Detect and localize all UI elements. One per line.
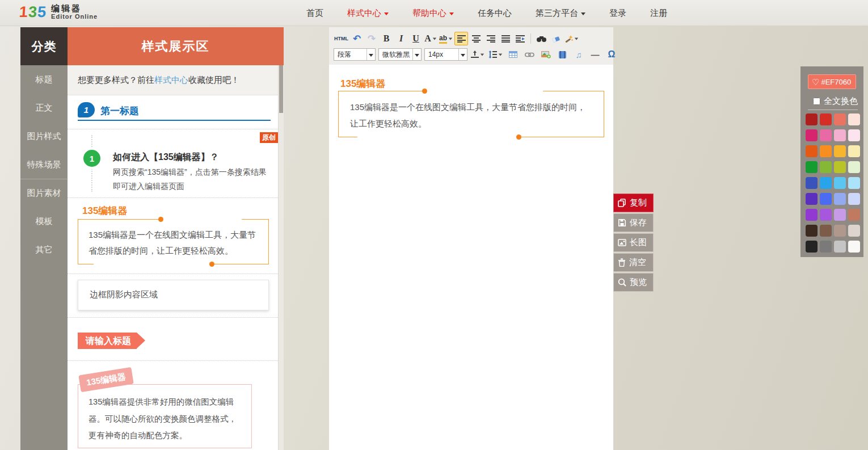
sidebar-item-template[interactable]: 模板	[20, 207, 68, 235]
html-source-button[interactable]: HTML	[334, 32, 349, 45]
color-swatch[interactable]	[806, 193, 818, 205]
color-swatch[interactable]	[806, 161, 818, 173]
color-swatch[interactable]	[848, 129, 860, 141]
editor-canvas[interactable]: 135编辑器 135编辑器是一个在线图文编辑工具，大量节省您排版的时间，让工作更…	[329, 65, 613, 450]
color-swatch[interactable]	[806, 241, 818, 253]
orange-box-style[interactable]: 135编辑器是一个在线图文编辑工具，大量节省您排版的时间，让工作更轻松高效。	[78, 219, 269, 264]
font-color-button[interactable]: A	[424, 32, 437, 45]
copy-button[interactable]: 复制	[613, 194, 654, 212]
style-panel-scrollbar[interactable]	[278, 65, 284, 450]
save-button[interactable]: 保存	[613, 213, 654, 232]
highlight-button[interactable]: ab	[439, 32, 453, 45]
preview-button[interactable]: 预览	[613, 273, 654, 292]
color-swatch[interactable]	[834, 161, 846, 173]
color-swatch[interactable]	[848, 161, 860, 173]
color-swatch[interactable]	[848, 225, 860, 237]
heading-number-badge[interactable]: 1	[78, 102, 95, 117]
italic-button[interactable]: I	[394, 32, 408, 45]
nav-item-home[interactable]: 首页	[306, 8, 323, 19]
color-swatch[interactable]	[834, 225, 846, 237]
sidebar-item-body-text[interactable]: 正文	[20, 94, 68, 122]
qa-number-badge[interactable]: 1	[83, 150, 100, 167]
insert-hr-button[interactable]: —	[588, 48, 602, 61]
color-swatch[interactable]	[806, 177, 818, 189]
sidebar-item-image-material[interactable]: 图片素材	[20, 179, 68, 207]
font-size-select[interactable]: 14px	[424, 48, 467, 61]
undo-button[interactable]: ↶	[350, 32, 364, 45]
color-swatch[interactable]	[820, 209, 832, 221]
letter-spacing-button[interactable]	[470, 48, 485, 61]
insert-image-button[interactable]	[539, 48, 553, 61]
color-swatch[interactable]	[834, 145, 846, 157]
color-swatch[interactable]	[820, 177, 832, 189]
color-swatch[interactable]	[848, 209, 860, 221]
color-swatch[interactable]	[806, 113, 818, 125]
style-center-link[interactable]: 样式中心	[154, 75, 188, 86]
insert-link-button[interactable]	[523, 48, 536, 61]
editor-content-body[interactable]: 135编辑器是一个在线图文编辑工具，大量节省您排版的时间，让工作更轻松高效。	[339, 91, 604, 140]
align-right-button[interactable]	[484, 32, 498, 45]
color-swatch[interactable]	[806, 129, 818, 141]
color-swatch[interactable]	[834, 241, 846, 253]
color-swatch[interactable]	[820, 113, 832, 125]
find-replace-button[interactable]	[534, 32, 548, 45]
editor-content-box[interactable]: 135编辑器是一个在线图文编辑工具，大量节省您排版的时间，让工作更轻松高效。	[338, 91, 604, 137]
color-swatch[interactable]	[834, 129, 846, 141]
line-height-button[interactable]	[488, 48, 503, 61]
color-swatch[interactable]	[834, 193, 846, 205]
editor-content-title[interactable]: 135编辑器	[340, 77, 385, 90]
color-swatch[interactable]	[848, 113, 860, 125]
color-swatch[interactable]	[806, 145, 818, 157]
full-text-recolor-checkbox[interactable]	[813, 98, 820, 105]
pink-box-style[interactable]: 135编辑器提供非常好用的微信图文编辑器。可以随心所欲的变换颜色调整格式，更有神…	[78, 384, 252, 448]
paragraph-select[interactable]: 段落	[334, 48, 376, 61]
color-swatch[interactable]	[848, 241, 860, 253]
long-image-button[interactable]: 长图	[613, 233, 654, 252]
underline-button[interactable]: U	[409, 32, 423, 45]
insert-video-button[interactable]	[555, 48, 569, 61]
color-swatch[interactable]	[848, 145, 860, 157]
sidebar-item-other[interactable]: 其它	[20, 235, 68, 264]
align-center-button[interactable]	[469, 32, 483, 45]
color-swatch[interactable]	[820, 241, 832, 253]
nav-item-task-center[interactable]: 任务中心	[478, 8, 512, 19]
qa-style-body[interactable]: 网页搜索“135编辑器”，点击第一条搜索结果即可进入编辑器页面	[113, 165, 268, 194]
ribbon-style[interactable]: 请输入标题	[78, 333, 137, 349]
color-swatch[interactable]	[806, 225, 818, 237]
nav-item-login[interactable]: 登录	[609, 8, 626, 19]
justify-button[interactable]	[499, 32, 512, 45]
app-logo[interactable]: 135 编辑器 Editor Online	[19, 2, 98, 22]
nav-item-style-center[interactable]: 样式中心	[347, 8, 389, 19]
color-swatch[interactable]	[820, 193, 832, 205]
nav-item-help-center[interactable]: 帮助中心	[412, 8, 454, 19]
bold-button[interactable]: B	[380, 32, 393, 45]
clear-button[interactable]: 清空	[613, 253, 654, 272]
sidebar-item-special-scene[interactable]: 特殊场景	[20, 150, 68, 179]
color-swatch[interactable]	[848, 193, 860, 205]
shadow-box-style[interactable]: 边框阴影内容区域	[78, 280, 269, 310]
special-char-button[interactable]: Ω	[605, 48, 618, 61]
eraser-button[interactable]	[549, 32, 563, 45]
color-swatch[interactable]	[834, 113, 846, 125]
font-family-select[interactable]: 微软雅黑	[378, 48, 422, 61]
orange-box-style-title[interactable]: 135编辑器	[82, 204, 127, 217]
insert-music-button[interactable]: ♫	[572, 48, 585, 61]
heading-style-text[interactable]: 第一标题	[100, 104, 139, 117]
align-left-button[interactable]	[454, 32, 468, 45]
color-swatch[interactable]	[848, 177, 860, 189]
current-color-button[interactable]: ♡ #EF7060	[808, 74, 856, 89]
color-swatch[interactable]	[820, 225, 832, 237]
indent-button[interactable]	[513, 32, 527, 45]
color-swatch[interactable]	[820, 129, 832, 141]
color-swatch[interactable]	[834, 177, 846, 189]
sidebar-item-image-style[interactable]: 图片样式	[20, 122, 68, 150]
nav-item-register[interactable]: 注册	[650, 8, 667, 19]
auto-format-button[interactable]	[564, 32, 579, 45]
sidebar-item-title[interactable]: 标题	[20, 65, 68, 94]
nav-item-third-party[interactable]: 第三方平台	[536, 8, 585, 19]
color-swatch[interactable]	[820, 161, 832, 173]
insert-table-button[interactable]	[506, 48, 520, 61]
color-swatch[interactable]	[806, 209, 818, 221]
qa-style-title[interactable]: 如何进入【135编辑器】？	[113, 152, 219, 163]
scrollbar-thumb[interactable]	[279, 65, 283, 113]
